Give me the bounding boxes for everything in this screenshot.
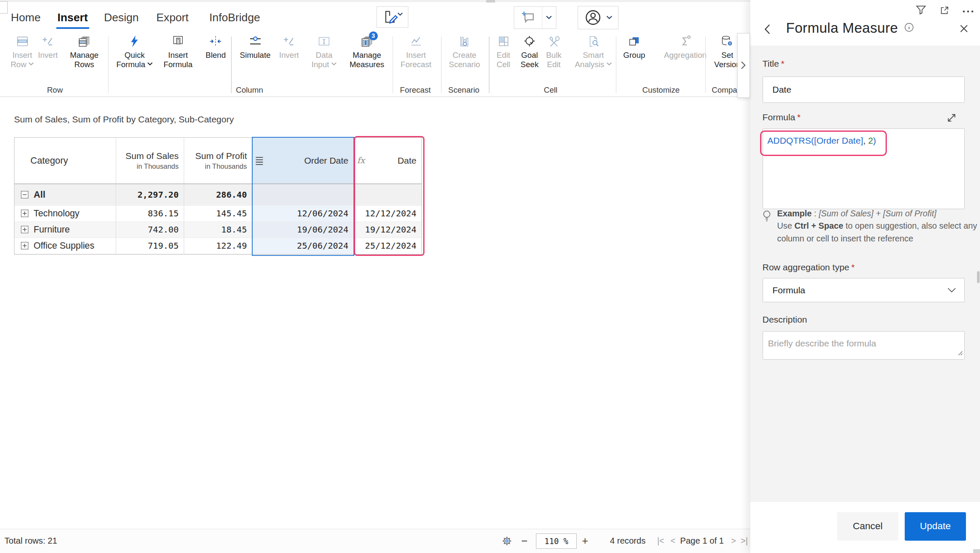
account-button[interactable] <box>578 6 618 30</box>
simulate-icon <box>240 34 271 50</box>
group-separator <box>231 37 232 94</box>
open-new-window-icon[interactable] <box>939 5 950 16</box>
column-header-profit[interactable]: Sum of Profitin Thousands <box>184 138 253 184</box>
sales-cell[interactable]: 719.05 <box>116 238 185 254</box>
invert-column-button[interactable]: Invert <box>279 34 299 60</box>
row-category-cell[interactable]: Furniture <box>14 222 116 238</box>
sales-cell[interactable]: 742.00 <box>116 222 185 238</box>
group-separator <box>393 37 393 94</box>
close-icon[interactable] <box>959 24 969 34</box>
info-icon[interactable] <box>904 23 914 32</box>
profit-cell[interactable]: 145.45 <box>184 206 253 222</box>
invert-row-button[interactable]: Invert <box>38 34 57 60</box>
group-button[interactable]: Group <box>623 34 645 60</box>
bulk-edit-button[interactable]: BulkEdit <box>546 34 561 70</box>
button-label: Group <box>623 51 645 60</box>
profit-cell[interactable]: 122.49 <box>184 238 253 254</box>
date-cell[interactable]: 25/12/2024 <box>354 238 422 254</box>
insert-forecast-icon <box>401 34 431 50</box>
tab-home[interactable]: Home <box>11 11 41 24</box>
button-label: Scenario <box>449 60 480 70</box>
profit-cell[interactable]: 286.40 <box>184 184 253 206</box>
badge-count: 3 <box>369 31 378 40</box>
collapse-icon[interactable] <box>21 191 28 199</box>
add-comment-icon[interactable] <box>514 7 542 28</box>
filter-icon[interactable] <box>915 4 927 16</box>
sales-cell[interactable]: 836.15 <box>116 206 185 222</box>
row-category-cell[interactable]: All <box>14 184 116 206</box>
sales-cell[interactable]: 2,297.20 <box>116 184 185 206</box>
prev-page-button[interactable]: < <box>671 529 675 553</box>
edit-pen-button[interactable] <box>376 6 408 28</box>
order-date-cell[interactable]: 25/06/2024 <box>253 238 354 254</box>
edit-cell-button[interactable]: EditCell <box>496 34 510 70</box>
title-input[interactable]: Date <box>763 77 965 103</box>
resize-grip-icon[interactable] <box>957 348 963 358</box>
cancel-button[interactable]: Cancel <box>837 512 898 541</box>
more-options-icon[interactable] <box>962 9 974 14</box>
date-cell[interactable]: 12/12/2024 <box>354 206 422 222</box>
create-scenario-button[interactable]: CreateScenario <box>449 34 480 70</box>
insert-row-button[interactable]: InsertRow <box>11 34 34 70</box>
tab-export[interactable]: Export <box>157 11 189 24</box>
aggregation-button[interactable]: Aggregation <box>664 34 707 60</box>
insert-forecast-button[interactable]: InsertForecast <box>401 34 431 70</box>
simulate-button[interactable]: Simulate <box>240 34 271 60</box>
goal-seek-button[interactable]: GoalSeek <box>521 34 538 70</box>
quick-formula-button[interactable]: QuickFormula <box>116 34 153 70</box>
gear-icon[interactable] <box>501 529 513 553</box>
category-label: All <box>34 189 46 200</box>
aggregation-type-select[interactable]: Formula <box>763 278 965 302</box>
next-page-button[interactable]: > <box>731 529 736 553</box>
expand-icon[interactable] <box>21 242 28 250</box>
formula-editor[interactable]: ADDQTRS([Order Date], 2) <box>763 128 965 210</box>
date-cell[interactable] <box>354 184 422 206</box>
column-header-order-date[interactable]: Order Date <box>253 138 354 184</box>
column-header-category[interactable]: Category <box>14 138 116 184</box>
view-title: Sum of Sales, Sum of Profit by Category,… <box>14 114 234 125</box>
button-label: Forecast <box>401 60 431 70</box>
update-button[interactable]: Update <box>905 512 966 541</box>
column-header-sales[interactable]: Sum of Salesin Thousands <box>116 138 185 184</box>
row-category-cell[interactable]: Technology <box>14 206 116 222</box>
button-label: Formula <box>116 60 153 70</box>
panel-scrollbar-thumb[interactable] <box>977 271 980 284</box>
column-header-date[interactable]: fxDate <box>354 138 422 184</box>
expand-icon[interactable] <box>21 226 28 233</box>
zoom-in-button[interactable]: + <box>582 529 588 553</box>
add-comment-button[interactable] <box>514 6 557 29</box>
manage-rows-button[interactable]: ManageRows <box>70 34 98 70</box>
button-label: Insert <box>11 51 34 60</box>
row-category-cell[interactable]: Office Supplies <box>14 238 116 254</box>
back-icon[interactable] <box>763 24 772 35</box>
expand-formula-icon[interactable] <box>947 113 957 123</box>
order-date-cell[interactable] <box>253 184 354 206</box>
zoom-level-input[interactable]: 110 % <box>536 533 577 549</box>
row-menu-icon[interactable] <box>255 156 264 166</box>
tab-insert[interactable]: Insert <box>57 11 88 24</box>
tab-infobridge[interactable]: InfoBridge <box>209 11 260 24</box>
window-notch <box>0 1 8 14</box>
bulk-edit-icon <box>546 34 561 50</box>
order-date-cell[interactable]: 12/06/2024 <box>253 206 354 222</box>
goal-seek-icon <box>521 34 538 50</box>
smart-analysis-button[interactable]: SmartAnalysis <box>575 34 612 70</box>
order-date-cell[interactable]: 19/06/2024 <box>253 222 354 238</box>
tab-design[interactable]: Design <box>104 11 139 24</box>
group-label-scenario: Scenario <box>448 85 479 95</box>
zoom-out-button[interactable]: − <box>521 529 528 553</box>
insert-formula-button[interactable]: InsertFormula <box>163 34 192 70</box>
date-cell[interactable]: 19/12/2024 <box>354 222 422 238</box>
data-input-button[interactable]: DataInput <box>311 34 336 70</box>
first-page-button[interactable]: |< <box>657 529 664 553</box>
expand-icon[interactable] <box>21 210 28 217</box>
profit-cell[interactable]: 18.45 <box>184 222 253 238</box>
quick-formula-icon <box>116 34 153 50</box>
last-page-button[interactable]: >| <box>741 529 748 553</box>
blend-button[interactable]: Blend <box>205 34 226 60</box>
ribbon-expand-button[interactable] <box>737 33 750 98</box>
description-textarea[interactable]: Briefly describe the formula <box>763 331 965 360</box>
aggregation-type-label: Row aggregation type* <box>763 262 855 272</box>
manage-measures-button[interactable]: 3ManageMeasures <box>350 34 385 70</box>
comment-dropdown-chevron[interactable] <box>542 15 556 20</box>
